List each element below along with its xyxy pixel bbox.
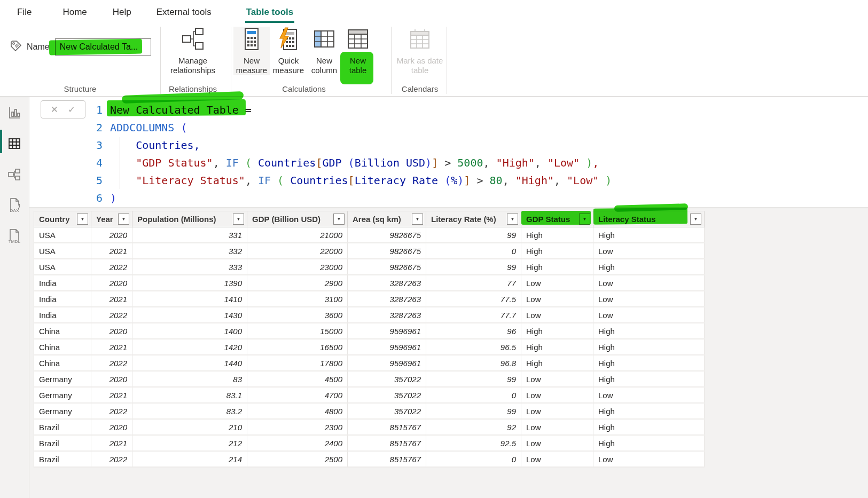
cell-literacy-status: Low [593,307,705,322]
filter-dropdown-icon[interactable]: ▼ [118,214,129,225]
code-token: 80 [490,174,503,187]
cell-literacy-rate: 99 [426,259,521,274]
cell-gdp-billion-usd: 4500 [247,371,348,386]
formula-commit-box: ✕ ✓ [41,100,85,118]
cell-year: 2020 [91,323,132,338]
filter-dropdown-icon[interactable]: ▼ [233,214,244,225]
filter-dropdown-icon[interactable]: ▼ [507,214,518,225]
filter-dropdown-icon[interactable]: ▼ [333,214,345,225]
column-header-literacy-status: Literacy Status▼ [593,211,705,227]
new-column-label: New column [307,56,341,75]
tab-help[interactable]: Help [113,7,131,18]
data-view-area: Country▼Year▼Population (Millions)▼GDP (… [29,208,868,498]
column-header-label: Literacy Rate (%) [431,215,496,224]
code-token: ADDCOLUMNS [110,121,174,134]
cell-gdp-billion-usd: 21000 [247,227,348,242]
cell-country: India [34,307,91,322]
cell-year: 2021 [91,388,132,402]
tab-table-tools[interactable]: Table tools [246,7,293,18]
code-token: , [592,156,599,169]
cell-literacy-rate: 77.5 [426,291,521,306]
code-token [174,121,181,134]
code-token: Countries, [136,139,200,152]
new-measure-button[interactable]: New measure [233,27,270,75]
cell-literacy-rate: 99 [426,404,521,418]
group-label-calendars: Calendars [394,84,445,93]
cell-area-sq-km: 9826675 [348,259,426,274]
filter-dropdown-icon[interactable]: ▼ [690,214,701,225]
code-line-6: 6) [96,189,612,207]
table-row: China2020140015000959696196HighHigh [34,323,705,339]
table-row: China2021142016500959696196.5HighHigh [34,339,705,355]
code-token: = [239,104,252,116]
cell-area-sq-km: 9826675 [348,227,426,242]
dax-editor[interactable]: 1New Calculated Table =2ADDCOLUMNS (3 Co… [96,101,612,207]
table-row: India202114103100328726377.5LowLow [34,291,705,307]
cell-population-millions: 1400 [132,323,247,338]
cell-literacy-status: High [593,371,705,386]
cell-gdp-status: Low [521,420,593,434]
line-number: 4 [96,156,110,169]
filter-dropdown-icon[interactable]: ▼ [579,214,590,225]
cell-area-sq-km: 9596961 [348,339,426,354]
new-table-button[interactable]: New table [341,27,374,75]
sidebar-item-table-view[interactable] [0,128,29,159]
table-row: Brazil2022214250085157670LowLow [34,452,705,468]
cell-population-millions: 1440 [132,355,247,370]
cell-population-millions: 214 [132,452,247,467]
code-token [284,174,290,187]
code-token [490,156,496,169]
cell-country: USA [34,227,91,242]
group-separator [231,27,231,94]
cell-population-millions: 212 [132,436,247,450]
mark-as-date-table-icon [408,27,432,53]
new-column-button[interactable]: New column [307,27,341,75]
cell-population-millions: 1410 [132,291,247,306]
column-header-literacy-rate: Literacy Rate (%)▼ [426,211,521,227]
cell-population-millions: 83.2 [132,404,247,418]
cell-literacy-status: Low [593,275,705,290]
column-header-label: Literacy Status [598,215,656,224]
sidebar-item-report-view[interactable] [0,97,29,128]
new-measure-label: New measure [233,56,270,75]
cell-gdp-status: Low [521,404,593,418]
filter-dropdown-icon[interactable]: ▼ [77,214,88,225]
name-field-row: Name New Calculated Ta... [10,38,151,56]
ribbon: File Home Help External tools Table tool… [0,0,868,97]
cell-literacy-status: High [593,420,705,434]
code-token: > [476,174,483,187]
code-token: Countries [290,174,348,187]
sidebar-item-model-view[interactable] [0,159,29,190]
dax-view-label: DAX [10,208,19,213]
cell-gdp-status: Low [521,436,593,450]
sidebar-item-dax-query-view[interactable]: DAX [0,190,29,221]
table-name-input[interactable]: New Calculated Ta... [55,38,151,56]
tab-file[interactable]: File [17,7,32,18]
code-token [110,139,136,152]
quick-measure-button[interactable]: Quick measure [270,27,307,75]
code-token [599,174,605,187]
cell-literacy-rate: 92.5 [426,436,521,450]
tab-home[interactable]: Home [62,7,87,18]
code-line-4: 4 "GDP Status", IF ( Countries[GDP (Bill… [96,154,612,171]
sidebar-item-tmdl-view[interactable]: TMDL [0,221,29,252]
cell-literacy-rate: 0 [426,243,521,258]
table-row: Brazil20202102300851576792LowHigh [34,420,705,436]
code-token [271,174,277,187]
code-token [252,174,258,187]
cell-country: India [34,275,91,290]
code-token: % [451,174,457,187]
table-row: USA20213322200098266750HighLow [34,243,705,259]
manage-relationships-button[interactable]: Manage relationships [162,27,224,75]
column-header-label: GDP Status [526,215,570,224]
code-token [541,156,548,169]
cell-literacy-rate: 77.7 [426,307,521,322]
cancel-formula-icon[interactable]: ✕ [51,104,58,115]
filter-dropdown-icon[interactable]: ▼ [412,214,423,225]
cell-year: 2020 [91,371,132,386]
tab-external-tools[interactable]: External tools [157,7,212,18]
cell-population-millions: 1430 [132,307,247,322]
cell-literacy-rate: 0 [426,452,521,467]
group-label-calculations: Calculations [233,84,374,93]
commit-formula-icon[interactable]: ✓ [68,104,75,115]
